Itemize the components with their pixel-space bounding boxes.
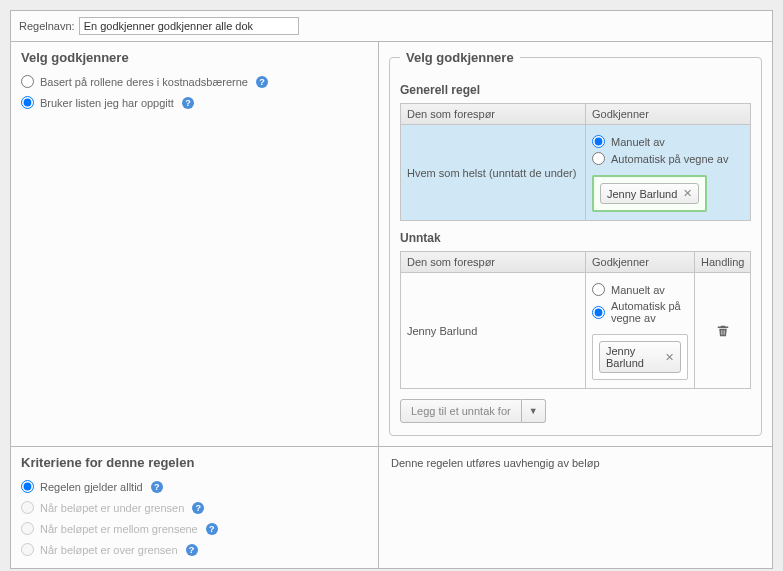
exc-col-requester-header: Den som forespør xyxy=(401,252,586,272)
exc-col-approver-header: Godkjenner xyxy=(586,252,695,272)
add-exception-dropdown[interactable]: ▼ xyxy=(522,399,546,423)
remove-tag-icon[interactable]: ✕ xyxy=(683,187,692,200)
option-list[interactable]: Bruker listen jeg har oppgitt ? xyxy=(11,92,378,113)
help-icon[interactable]: ? xyxy=(206,523,218,535)
exc-manual-radio[interactable] xyxy=(592,283,605,296)
option-list-label: Bruker listen jeg har oppgitt xyxy=(40,97,174,109)
approvers-fieldset: Velg godkjennere Generell regel Den som … xyxy=(389,50,762,436)
option-roles[interactable]: Basert på rollene deres i kostnadsbærern… xyxy=(11,71,378,92)
criteria-over-label: Når beløpet er over grensen xyxy=(40,544,178,556)
criteria-always-label: Regelen gjelder alltid xyxy=(40,481,143,493)
auto-radio[interactable] xyxy=(592,152,605,165)
criteria-between[interactable]: Når beløpet er mellom grensene ? xyxy=(11,518,378,539)
exc-auto-option[interactable]: Automatisk på vegne av xyxy=(592,298,688,326)
col-requester-header: Den som forespør xyxy=(401,104,586,124)
general-rule-row: Hvem som helst (unntatt de under) Manuel… xyxy=(400,125,751,221)
auto-option[interactable]: Automatisk på vegne av xyxy=(592,150,744,167)
criteria-always-radio[interactable] xyxy=(21,480,34,493)
exc-auto-label: Automatisk på vegne av xyxy=(611,300,688,324)
rule-name-input[interactable] xyxy=(79,17,299,35)
exc-requester: Jenny Barlund xyxy=(401,273,586,388)
tag-label: Jenny Barlund xyxy=(607,188,677,200)
approver-tag[interactable]: Jenny Barlund ✕ xyxy=(600,183,699,204)
help-icon[interactable]: ? xyxy=(151,481,163,493)
exc-auto-radio[interactable] xyxy=(592,306,605,319)
manual-option[interactable]: Manuelt av xyxy=(592,133,744,150)
criteria-under-label: Når beløpet er under grensen xyxy=(40,502,184,514)
col-approver-header: Godkjenner xyxy=(586,104,730,124)
help-icon[interactable]: ? xyxy=(186,544,198,556)
criteria-between-label: Når beløpet er mellom grensene xyxy=(40,523,198,535)
auto-label: Automatisk på vegne av xyxy=(611,153,728,165)
rule-form: Regelnavn: Velg godkjennere Basert på ro… xyxy=(10,10,773,569)
add-exception: Legg til et unntak for ▼ xyxy=(400,399,751,423)
exceptions-title: Unntak xyxy=(400,231,751,245)
select-approvers-title: Velg godkjennere xyxy=(11,42,378,71)
exc-manual-option[interactable]: Manuelt av xyxy=(592,281,688,298)
criteria-over[interactable]: Når beløpet er over grensen ? xyxy=(11,539,378,560)
manual-label: Manuelt av xyxy=(611,136,665,148)
general-rule-title: Generell regel xyxy=(400,83,751,97)
approver-cell: Manuelt av Automatisk på vegne av Jenny … xyxy=(586,125,750,220)
exc-approver-tag-box[interactable]: Jenny Barlund ✕ xyxy=(592,334,688,380)
help-icon[interactable]: ? xyxy=(182,97,194,109)
exc-manual-label: Manuelt av xyxy=(611,284,665,296)
general-grid-header: Den som forespør Godkjenner xyxy=(400,103,751,125)
main-row: Velg godkjennere Basert på rollene deres… xyxy=(11,42,772,447)
option-roles-radio[interactable] xyxy=(21,75,34,88)
exc-col-action-header: Handling xyxy=(695,252,750,272)
criteria-over-radio xyxy=(21,543,34,556)
manual-radio[interactable] xyxy=(592,135,605,148)
rule-name-label: Regelnavn: xyxy=(19,20,75,32)
criteria-between-radio xyxy=(21,522,34,535)
help-icon[interactable]: ? xyxy=(256,76,268,88)
select-approvers-panel: Velg godkjennere Basert på rollene deres… xyxy=(11,42,379,446)
criteria-panel: Kriteriene for denne regelen Regelen gje… xyxy=(11,447,379,568)
approver-tag-highlighted[interactable]: Jenny Barlund ✕ xyxy=(592,175,707,212)
approvers-config-panel: Velg godkjennere Generell regel Den som … xyxy=(379,42,772,446)
help-icon[interactable]: ? xyxy=(192,502,204,514)
option-roles-label: Basert på rollene deres i kostnadsbærern… xyxy=(40,76,248,88)
exc-approver-cell: Manuelt av Automatisk på vegne av Jenny … xyxy=(586,273,695,388)
exc-action-cell xyxy=(695,273,750,388)
trash-icon[interactable] xyxy=(717,325,729,337)
requester-anyone: Hvem som helst (unntatt de under) xyxy=(401,125,586,220)
criteria-under-radio xyxy=(21,501,34,514)
criteria-under[interactable]: Når beløpet er under grensen ? xyxy=(11,497,378,518)
criteria-always[interactable]: Regelen gjelder alltid ? xyxy=(11,476,378,497)
exc-tag-label: Jenny Barlund xyxy=(606,345,659,369)
exception-row: Jenny Barlund Manuelt av Automatisk på v… xyxy=(400,273,751,389)
exceptions-grid-header: Den som forespør Godkjenner Handling xyxy=(400,251,751,273)
exc-approver-tag[interactable]: Jenny Barlund ✕ xyxy=(599,341,681,373)
bottom-row: Kriteriene for denne regelen Regelen gje… xyxy=(11,447,772,568)
option-list-radio[interactable] xyxy=(21,96,34,109)
remove-tag-icon[interactable]: ✕ xyxy=(665,351,674,364)
criteria-description: Denne regelen utføres uavhengig av beløp xyxy=(379,447,772,568)
add-exception-button[interactable]: Legg til et unntak for xyxy=(400,399,522,423)
top-row: Regelnavn: xyxy=(11,11,772,42)
criteria-title: Kriteriene for denne regelen xyxy=(11,447,378,476)
approvers-legend: Velg godkjennere xyxy=(400,50,520,65)
